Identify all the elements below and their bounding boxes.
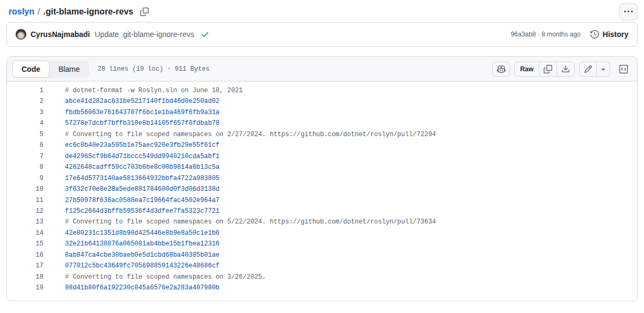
edit-group xyxy=(579,62,610,77)
copy-path-button[interactable] xyxy=(140,8,149,16)
code-line: 1127b50978f636ac0588ea7c19664fac4502e964… xyxy=(7,195,637,206)
code-line: 168ab847ca4cbe30baeb0e5d1cbd68ba40385b01… xyxy=(7,250,637,260)
line-number[interactable]: 8 xyxy=(7,162,43,173)
commit-sha-and-time[interactable]: 96a3ab8 · 8 months ago xyxy=(511,31,581,38)
code-line: 18# Converting to file scoped namespaces… xyxy=(7,272,637,282)
raw-button[interactable]: Raw xyxy=(514,62,539,77)
download-raw-button[interactable] xyxy=(557,62,575,77)
breadcrumb: roslyn / .git-blame-ignore-revs xyxy=(9,7,149,17)
code-line: 6ec6c8b40e23a595b1e75aec920e3fb29e55f61c… xyxy=(7,140,637,151)
history-button[interactable]: History xyxy=(590,30,628,39)
line-number[interactable]: 11 xyxy=(7,195,43,206)
code-square-icon xyxy=(619,65,628,73)
breadcrumb-row: roslyn / .git-blame-ignore-revs xyxy=(0,0,644,22)
line-number[interactable]: 9 xyxy=(7,173,43,184)
file-actions: Raw xyxy=(492,62,633,77)
line-content: # Converting to file scoped namespaces o… xyxy=(43,129,436,140)
line-content: 27b50978f636ac0588ea7c19664fac4502e964a7 xyxy=(43,195,219,206)
code-blame-segmented-control: Code Blame xyxy=(12,61,89,78)
edit-file-button[interactable] xyxy=(579,62,597,77)
line-number[interactable]: 6 xyxy=(7,140,43,151)
file-view-page: roslyn / .git-blame-ignore-revs CyrusNaj… xyxy=(0,0,644,313)
line-content: 57278e7dcbf7bffb310e8b14105f657f0fdbab78 xyxy=(43,118,219,129)
line-number[interactable]: 13 xyxy=(7,217,43,227)
code-line: 3fbdb56063e761643707f6bc1e1ba469f6fb9a31… xyxy=(7,107,637,118)
breadcrumb-filename: .git-blame-ignore-revs xyxy=(43,7,133,17)
file-meta-info: 20 lines (19 loc) · 911 Bytes xyxy=(98,65,210,73)
code-line: 12f125c2664d3bffb59536f4d3dfee7fa5323c77… xyxy=(7,206,637,217)
history-icon xyxy=(590,30,599,39)
line-content: abce41d282ac631be5217140f1bd46d0e250ad02 xyxy=(43,96,219,107)
code-lines: 1# dotnet-format -w Roslyn.sln on June 1… xyxy=(7,81,637,301)
line-content: 077012c5bc43649fc705698859143226e48686cf xyxy=(43,260,219,271)
line-content: 4262648cadff59cc703b6be8c00b9814a6b13c5a xyxy=(43,162,219,173)
code-line: 2abce41d282ac631be5217140f1bd46d0e250ad0… xyxy=(7,96,637,107)
history-label: History xyxy=(603,30,628,39)
line-number[interactable]: 4 xyxy=(7,118,43,129)
copilot-button[interactable] xyxy=(492,62,510,77)
avatar[interactable] xyxy=(16,29,26,40)
copy-icon xyxy=(544,65,552,73)
line-number[interactable]: 12 xyxy=(7,206,43,217)
breadcrumb-repo-link[interactable]: roslyn xyxy=(9,7,34,17)
code-line: 1# dotnet-format -w Roslyn.sln on June 1… xyxy=(7,85,637,96)
line-content: # dotnet-format -w Roslyn.sln on June 18… xyxy=(43,85,243,96)
symbols-panel-button[interactable] xyxy=(616,62,632,77)
line-number[interactable]: 7 xyxy=(7,151,43,162)
edit-dropdown-button[interactable] xyxy=(597,62,610,77)
copy-raw-button[interactable] xyxy=(539,62,557,77)
line-content: 17e64d5773140ae5813664932bbfa4722a983805 xyxy=(43,173,219,184)
line-number[interactable]: 19 xyxy=(7,282,43,293)
triangle-down-icon xyxy=(599,65,608,73)
line-content: 98d41b80f6a192230c045a6576e2a283a407980b xyxy=(43,282,219,293)
line-content: f125c2664d3bffb59536f4d3dfee7fa5323c7721 xyxy=(43,206,219,217)
code-line: 1532e21b64138876a065081ab4bbe15b1fbea123… xyxy=(7,239,637,249)
tab-blame[interactable]: Blame xyxy=(49,61,89,78)
latest-commit-bar: CyrusNajmabadi Update .git-blame-ignore-… xyxy=(6,22,638,47)
line-number[interactable]: 18 xyxy=(7,272,43,282)
line-content: # Converting to file scoped namespaces o… xyxy=(43,272,266,282)
file-toolbar: Code Blame 20 lines (19 loc) · 911 Bytes… xyxy=(7,57,637,81)
line-number[interactable]: 14 xyxy=(7,228,43,239)
line-content: 8ab847ca4cbe30baeb0e5d1cbd68ba40385b01ae xyxy=(43,250,219,260)
line-content: # Converting to file scoped namespaces o… xyxy=(43,217,436,227)
line-content: de42965cf9b64d71bccc549dd9940210cda5abf1 xyxy=(43,151,219,162)
code-line: 103f632c70e8e28a5ede881784600d0f3d06d313… xyxy=(7,184,637,195)
copilot-icon xyxy=(497,65,506,73)
checks-status-success-icon[interactable] xyxy=(201,30,209,39)
code-line: 84262648cadff59cc703b6be8c00b9814a6b13c5… xyxy=(7,162,637,173)
code-line: 917e64d5773140ae5813664932bbfa4722a98380… xyxy=(7,173,637,184)
code-line: 1442e80231c1351d8b90d425446e8b9e8a50c1e1… xyxy=(7,228,637,239)
code-line: 7de42965cf9b64d71bccc549dd9940210cda5abf… xyxy=(7,151,637,162)
tab-code[interactable]: Code xyxy=(12,61,49,78)
line-content: ec6c8b40e23a595b1e75aec920e3fb29e55f61cf xyxy=(43,140,219,151)
line-number[interactable]: 15 xyxy=(7,239,43,249)
code-line: 17077012c5bc43649fc705698859143226e48686… xyxy=(7,260,637,271)
breadcrumb-separator: / xyxy=(38,7,40,17)
line-number[interactable]: 5 xyxy=(7,129,43,140)
commit-message-link[interactable]: Update .git-blame-ignore-revs xyxy=(94,30,194,39)
more-options-button[interactable] xyxy=(619,3,638,20)
commit-meta: 96a3ab8 · 8 months ago History xyxy=(511,30,628,39)
code-line: 1998d41b80f6a192230c045a6576e2a283a40798… xyxy=(7,282,637,293)
raw-copy-download-group: Raw xyxy=(514,62,575,77)
commit-author[interactable]: CyrusNajmabadi xyxy=(31,30,90,39)
line-content: 42e80231c1351d8b90d425446e8b9e8a50c1e1b6 xyxy=(43,228,219,239)
kebab-horizontal-icon xyxy=(624,8,633,16)
code-line: 457278e7dcbf7bffb310e8b14105f657f0fdbab7… xyxy=(7,118,637,129)
pencil-icon xyxy=(584,65,592,73)
line-content: 32e21b64138876a065081ab4bbe15b1fbea12316 xyxy=(43,239,219,249)
download-icon xyxy=(561,65,570,73)
line-number[interactable]: 16 xyxy=(7,250,43,260)
line-number[interactable]: 17 xyxy=(7,260,43,271)
line-number[interactable]: 1 xyxy=(7,85,43,96)
line-number[interactable]: 2 xyxy=(7,96,43,107)
line-content: 3f632c70e8e28a5ede881784600d0f3d06d3138d xyxy=(43,184,219,195)
code-line: 5# Converting to file scoped namespaces … xyxy=(7,129,637,140)
copy-icon xyxy=(140,8,149,16)
line-content: fbdb56063e761643707f6bc1e1ba469f6fb9a31a xyxy=(43,107,219,118)
line-number[interactable]: 10 xyxy=(7,184,43,195)
line-number[interactable]: 3 xyxy=(7,107,43,118)
code-line: 13# Converting to file scoped namespaces… xyxy=(7,217,637,227)
file-content-box: Code Blame 20 lines (19 loc) · 911 Bytes… xyxy=(6,56,638,301)
